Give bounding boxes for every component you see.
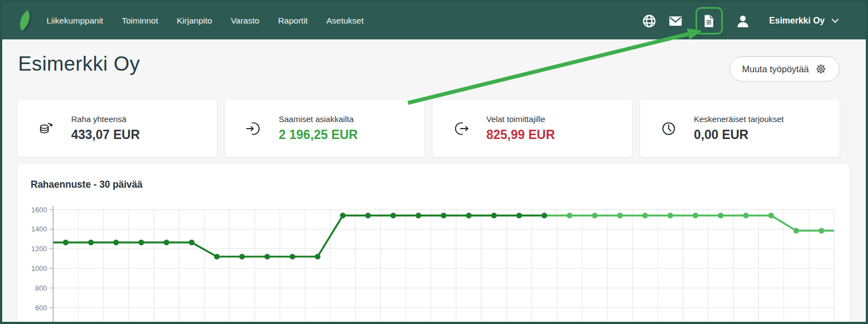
- kpi-value: 825,99 EUR: [486, 128, 555, 142]
- kpi-value: 433,07 EUR: [71, 128, 140, 142]
- kpi-label: Saamiset asiakkailta: [279, 114, 358, 124]
- clock-icon: [660, 120, 677, 137]
- svg-text:1600: 1600: [31, 206, 47, 214]
- kpi-card-payables[interactable]: Velat toimittajille 825,99 EUR: [433, 100, 632, 157]
- globe-icon[interactable]: [642, 14, 657, 28]
- cash-forecast-chart: 6008001000120014001600: [18, 164, 850, 324]
- kpi-value: 2 196,25 EUR: [279, 128, 358, 142]
- kpi-card-receivables[interactable]: Saamiset asiakkailta 2 196,25 EUR: [225, 100, 424, 157]
- kpi-label: Velat toimittajille: [486, 114, 555, 124]
- mail-icon[interactable]: [668, 14, 683, 28]
- nav-item-raportit[interactable]: Raportit: [278, 16, 308, 26]
- svg-text:1000: 1000: [31, 264, 47, 273]
- svg-text:800: 800: [35, 284, 47, 292]
- nav-item-toiminnot[interactable]: Toiminnot: [122, 16, 158, 26]
- kpi-label: Raha yhteensä: [71, 114, 140, 124]
- kpi-cards-row: Raha yhteensä 433,07 EUR Saamiset asiakk…: [18, 100, 840, 157]
- user-icon[interactable]: [735, 14, 750, 28]
- kpi-label: Keskeneräiset tarjoukset: [694, 114, 784, 124]
- kpi-card-cash-total[interactable]: Raha yhteensä 433,07 EUR: [18, 100, 217, 157]
- leaf-logo-icon[interactable]: [18, 9, 32, 32]
- top-navbar: Liikekumppanit Toiminnot Kirjanpito Vara…: [2, 2, 866, 39]
- page-title: Esimerkki Oy: [18, 53, 140, 76]
- arrow-out-icon: [452, 120, 470, 137]
- document-icon[interactable]: [702, 13, 716, 29]
- nav-item-asetukset[interactable]: Asetukset: [326, 16, 364, 26]
- svg-text:1400: 1400: [31, 225, 47, 233]
- main-menu: Liikekumppanit Toiminnot Kirjanpito Vara…: [47, 16, 364, 26]
- navbar-right-cluster: Esimerkki Oy: [642, 7, 840, 34]
- arrow-in-icon: [245, 120, 262, 137]
- svg-text:600: 600: [35, 304, 47, 312]
- gear-icon: [815, 63, 827, 75]
- document-highlight-box: [695, 7, 723, 34]
- chevron-down-icon: [830, 16, 840, 26]
- nav-item-liikekumppanit[interactable]: Liikekumppanit: [47, 16, 103, 26]
- cash-forecast-card: Rahaennuste - 30 päivää 6008001000120014…: [18, 164, 850, 324]
- coins-icon: [37, 120, 55, 137]
- change-desktop-button[interactable]: Muuta työpöytää: [729, 56, 840, 82]
- dashboard-page: Liikekumppanit Toiminnot Kirjanpito Vara…: [0, 0, 868, 324]
- company-menu[interactable]: Esimerkki Oy: [769, 16, 840, 26]
- nav-item-kirjanpito[interactable]: Kirjanpito: [177, 16, 212, 26]
- svg-text:1200: 1200: [31, 245, 47, 253]
- change-desktop-label: Muuta työpöytää: [742, 64, 809, 74]
- nav-item-varasto[interactable]: Varasto: [231, 16, 259, 26]
- kpi-card-open-offers[interactable]: Keskeneräiset tarjoukset 0,00 EUR: [640, 100, 840, 157]
- company-name: Esimerkki Oy: [769, 16, 825, 26]
- kpi-value: 0,00 EUR: [694, 128, 784, 142]
